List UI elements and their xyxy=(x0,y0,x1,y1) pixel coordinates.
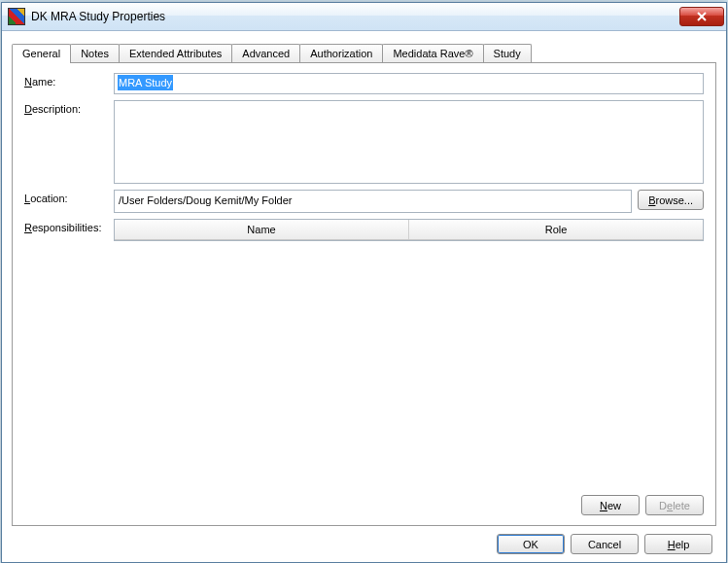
row-name: Name: MRA Study xyxy=(24,73,704,94)
window-title: DK MRA Study Properties xyxy=(31,10,679,23)
tab-notes[interactable]: Notes xyxy=(70,44,120,62)
tab-strip: General Notes Extended Attributes Advanc… xyxy=(12,41,716,62)
description-textarea[interactable] xyxy=(114,100,704,184)
app-icon xyxy=(8,8,25,25)
location-display: /User Folders/Doug Kemit/My Folder xyxy=(114,190,632,213)
tab-panel-general: Name: MRA Study Description: Location: /… xyxy=(12,62,716,526)
responsibilities-table[interactable]: Name Role xyxy=(114,219,704,241)
browse-button[interactable]: Browse... xyxy=(638,190,704,210)
name-input[interactable] xyxy=(114,73,704,94)
delete-button: Delete xyxy=(645,495,704,515)
label-description: Description: xyxy=(24,100,114,115)
col-role[interactable]: Role xyxy=(409,220,703,239)
close-button[interactable] xyxy=(679,7,724,26)
col-name[interactable]: Name xyxy=(115,220,409,239)
new-button[interactable]: New xyxy=(581,495,640,515)
row-description: Description: xyxy=(24,100,704,184)
tab-medidata-rave[interactable]: Medidata Rave® xyxy=(382,44,483,62)
tab-extended-attributes[interactable]: Extended Attributes xyxy=(119,44,232,62)
row-location: Location: /User Folders/Doug Kemit/My Fo… xyxy=(24,190,704,213)
responsibilities-buttons: New Delete xyxy=(24,495,704,515)
label-name: Name: xyxy=(24,73,114,88)
label-location: Location: xyxy=(24,190,114,204)
label-responsibilities: Responsibilities: xyxy=(24,219,114,233)
help-button[interactable]: Help xyxy=(644,534,712,554)
dialog-footer: OK Cancel Help xyxy=(12,526,716,554)
dialog-body: General Notes Extended Attributes Advanc… xyxy=(2,31,726,562)
properties-dialog: DK MRA Study Properties General Notes Ex… xyxy=(1,2,727,563)
title-bar[interactable]: DK MRA Study Properties xyxy=(2,3,726,31)
tab-general[interactable]: General xyxy=(12,44,71,63)
row-responsibilities: Responsibilities: Name Role xyxy=(24,219,704,483)
tab-study[interactable]: Study xyxy=(483,44,532,62)
responsibilities-header: Name Role xyxy=(115,220,703,240)
tab-authorization[interactable]: Authorization xyxy=(299,44,383,62)
close-icon xyxy=(696,12,708,21)
ok-button[interactable]: OK xyxy=(497,534,565,554)
tab-advanced[interactable]: Advanced xyxy=(231,44,300,62)
cancel-button[interactable]: Cancel xyxy=(571,534,639,554)
